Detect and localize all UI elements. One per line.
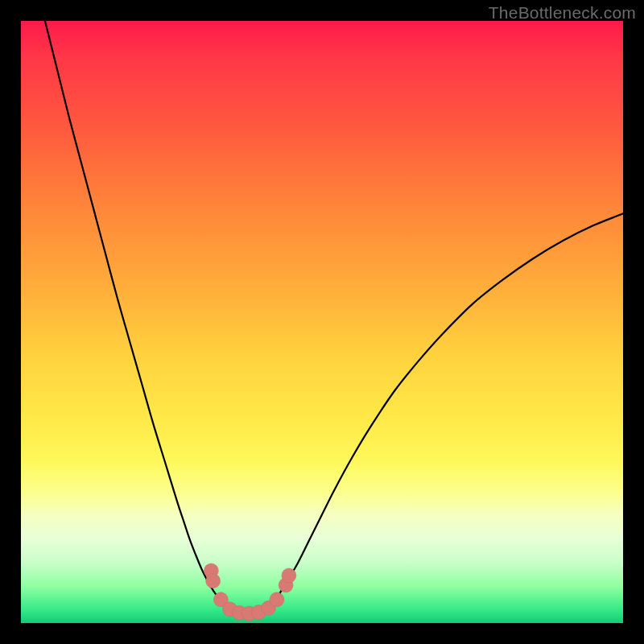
chart-svg	[21, 21, 623, 623]
series-group	[45, 21, 623, 613]
valley-marker	[282, 568, 296, 583]
chart-frame: TheBottleneck.com	[0, 0, 644, 644]
watermark-text: TheBottleneck.com	[489, 3, 636, 23]
marker-group	[204, 564, 295, 621]
valley-marker	[270, 592, 284, 607]
valley-marker	[206, 574, 221, 588]
curve-left-branch	[45, 21, 244, 613]
plot-area	[21, 21, 623, 623]
curve-right-branch	[262, 213, 623, 610]
